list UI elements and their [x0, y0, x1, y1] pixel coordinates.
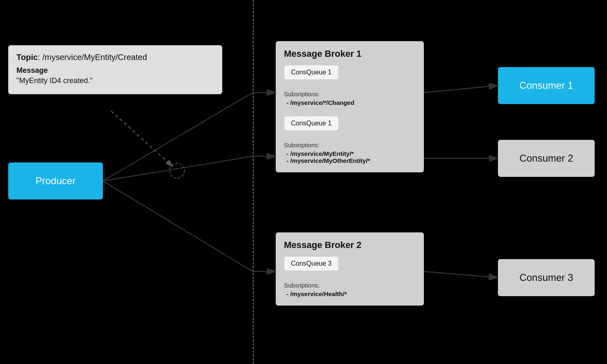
- consumer2-label: Consumer 2: [519, 153, 573, 164]
- consumer1-label: Consumer 1: [519, 80, 573, 91]
- broker2-queue1-label: ConsQueue 3: [284, 256, 339, 271]
- topic-box: Topic: /myservice/MyEntity/Created Messa…: [8, 45, 222, 94]
- consumer3-box: Consumer 3: [498, 259, 595, 296]
- svg-line-6: [103, 181, 253, 271]
- consumer2-box: Consumer 2: [498, 140, 595, 177]
- broker2-queue1-subs-title: Subsriptions:: [284, 282, 416, 289]
- topic-key: Topic: [16, 53, 38, 62]
- svg-line-12: [424, 271, 498, 278]
- message-value: "MyEntity ID4 created.": [16, 77, 214, 85]
- broker1-queue2-sub1: - /myservice/MyEntity/*: [286, 150, 416, 157]
- broker2-box: Message Broker 2 ConsQueue 3 Subsription…: [276, 232, 424, 306]
- broker1-box: Message Broker 1 ConsQueue 1 Subsription…: [276, 41, 424, 172]
- topic-value: /myservice/MyEntity/Created: [42, 53, 147, 62]
- diagram-container: Topic: /myservice/MyEntity/Created Messa…: [0, 0, 607, 364]
- broker1-queue2-sub2: - /myservice/MyOtherEntity/*: [286, 157, 416, 164]
- message-key: Message: [16, 66, 214, 75]
- svg-line-10: [424, 86, 498, 93]
- broker1-queue1-subs-title: Subsriptions:: [284, 90, 416, 97]
- broker2-title: Message Broker 2: [284, 240, 416, 250]
- consumer3-label: Consumer 3: [519, 272, 573, 283]
- broker1-title: Message Broker 1: [284, 49, 416, 59]
- topic-label: Topic: /myservice/MyEntity/Created: [16, 53, 214, 62]
- producer-label: Producer: [35, 175, 75, 187]
- svg-line-5: [103, 156, 253, 181]
- producer-box: Producer: [8, 162, 103, 199]
- svg-line-2: [111, 111, 173, 167]
- consumer1-box: Consumer 1: [498, 67, 595, 104]
- svg-point-3: [170, 163, 184, 178]
- broker1-queue1-sub1: - /myservice/*/Changed: [286, 99, 416, 106]
- broker1-queue1-label: ConsQueue 1: [284, 65, 339, 80]
- broker1-queue2-subs-title: Subsriptions:: [284, 141, 416, 148]
- broker2-queue1-sub1: - /myservice/Health/*: [286, 290, 416, 297]
- broker1-queue2-label: ConsQueue 1: [284, 116, 339, 131]
- vertical-divider: [253, 0, 254, 364]
- topic-colon: :: [38, 53, 42, 62]
- svg-line-4: [103, 93, 253, 181]
